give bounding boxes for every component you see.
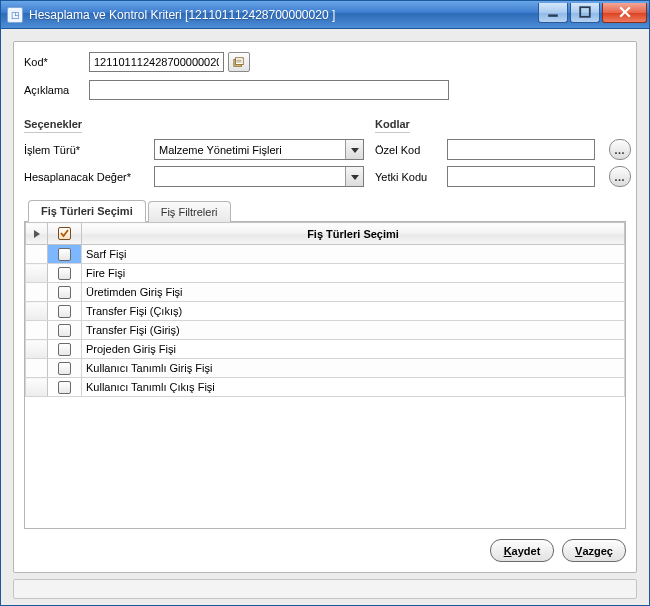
chevron-down-icon (351, 173, 359, 181)
table-row[interactable]: Projeden Giriş Fişi (26, 340, 625, 359)
group-secenekler: Seçenekler İşlem Türü* Hesaplanacak Değe… (24, 112, 369, 187)
tabs: Fiş Türleri Seçimi Fiş Filtreleri (24, 199, 626, 222)
row-label: Kullanıcı Tanımlı Çıkış Fişi (82, 378, 625, 397)
row-selector[interactable] (26, 264, 48, 283)
table-row[interactable]: Fire Fişi (26, 264, 625, 283)
checkbox-icon (58, 324, 71, 337)
islem-turu-label: İşlem Türü* (24, 144, 154, 156)
islem-turu-drop[interactable] (345, 140, 363, 159)
checkbox-icon (58, 381, 71, 394)
row-selector[interactable] (26, 283, 48, 302)
checkbox-icon (58, 248, 71, 261)
checkbox-icon (58, 267, 71, 280)
titlebar[interactable]: ◳ Hesaplama ve Kontrol Kriteri [12110111… (1, 1, 649, 29)
row-checkbox-cell[interactable] (48, 378, 82, 397)
lookup-icon (233, 56, 245, 68)
app-window: ◳ Hesaplama ve Kontrol Kriteri [12110111… (0, 0, 650, 606)
ozel-kod-browse[interactable]: … (609, 139, 631, 160)
table-scroll[interactable]: Fiş Türleri Seçimi Sarf FişiFire FişiÜre… (25, 222, 625, 528)
minimize-icon (547, 6, 559, 18)
kod-label: Kod* (24, 56, 89, 68)
aciklama-input[interactable] (89, 80, 449, 100)
checkbox-icon (58, 227, 71, 240)
checkbox-icon (58, 305, 71, 318)
main-panel: Kod* Açıklama Seçenekler (13, 41, 637, 573)
svg-rect-1 (580, 7, 590, 17)
group-secenekler-title: Seçenekler (24, 118, 82, 133)
table-row[interactable]: Kullanıcı Tanımlı Çıkış Fişi (26, 378, 625, 397)
tab-fis-filtreleri[interactable]: Fiş Filtreleri (148, 201, 231, 222)
svg-rect-0 (548, 14, 558, 16)
row-label: Transfer Fişi (Çıkış) (82, 302, 625, 321)
close-icon (619, 6, 631, 18)
hesap-deger-combo[interactable] (154, 166, 364, 187)
row-checkbox-cell[interactable] (48, 283, 82, 302)
row-selector[interactable] (26, 359, 48, 378)
maximize-button[interactable] (570, 3, 600, 23)
window-title: Hesaplama ve Kontrol Kriteri [1211011124… (29, 8, 536, 22)
table-row[interactable]: Sarf Fişi (26, 245, 625, 264)
row-selector[interactable] (26, 340, 48, 359)
vazgec-button[interactable]: Vazgeç (562, 539, 626, 562)
table-row[interactable]: Üretimden Giriş Fişi (26, 283, 625, 302)
kod-input[interactable] (89, 52, 224, 72)
checkbox-icon (58, 362, 71, 375)
status-bar (13, 579, 637, 599)
minimize-button[interactable] (538, 3, 568, 23)
app-icon: ◳ (7, 7, 23, 23)
hesap-deger-label: Hesaplanacak Değer* (24, 171, 154, 183)
row-selector[interactable] (26, 302, 48, 321)
check-icon (59, 228, 70, 239)
row-label: Sarf Fişi (82, 245, 625, 264)
table-header-label[interactable]: Fiş Türleri Seçimi (82, 223, 625, 245)
ozel-kod-input[interactable] (447, 139, 595, 160)
row-checkbox-cell[interactable] (48, 359, 82, 378)
svg-rect-3 (236, 58, 244, 65)
checkbox-icon (58, 343, 71, 356)
row-checkbox-cell[interactable] (48, 302, 82, 321)
hesap-deger-value[interactable] (155, 167, 345, 186)
row-label: Üretimden Giriş Fişi (82, 283, 625, 302)
table-row[interactable]: Transfer Fişi (Giriş) (26, 321, 625, 340)
row-label: Projeden Giriş Fişi (82, 340, 625, 359)
tab-fis-turleri[interactable]: Fiş Türleri Seçimi (28, 200, 146, 222)
close-button[interactable] (602, 3, 647, 23)
islem-turu-combo[interactable] (154, 139, 364, 160)
row-checkbox-cell[interactable] (48, 321, 82, 340)
group-kodlar: Kodlar Özel Kod … Yetki Kodu … (369, 112, 631, 187)
table-container: Fiş Türleri Seçimi Sarf FişiFire FişiÜre… (24, 222, 626, 529)
checkbox-icon (58, 286, 71, 299)
row-checkbox-cell[interactable] (48, 340, 82, 359)
client-area: Kod* Açıklama Seçenekler (1, 29, 649, 605)
table-row[interactable]: Transfer Fişi (Çıkış) (26, 302, 625, 321)
pointer-icon (33, 230, 41, 238)
ozel-kod-label: Özel Kod (375, 144, 447, 156)
yetki-kodu-input[interactable] (447, 166, 595, 187)
group-kodlar-title: Kodlar (375, 118, 410, 133)
row-selector[interactable] (26, 321, 48, 340)
window-controls (536, 3, 647, 23)
maximize-icon (579, 6, 591, 18)
yetki-kodu-browse[interactable]: … (609, 166, 631, 187)
table-row[interactable]: Kullanıcı Tanımlı Giriş Fişi (26, 359, 625, 378)
footer-buttons: Kaydet Vazgeç (24, 535, 626, 562)
row-label: Transfer Fişi (Giriş) (82, 321, 625, 340)
row-label: Kullanıcı Tanımlı Giriş Fişi (82, 359, 625, 378)
yetki-kodu-label: Yetki Kodu (375, 171, 447, 183)
row-selector[interactable] (26, 245, 48, 264)
fis-turleri-table: Fiş Türleri Seçimi Sarf FişiFire FişiÜre… (25, 222, 625, 397)
kod-lookup-button[interactable] (228, 52, 250, 72)
row-checkbox-cell[interactable] (48, 245, 82, 264)
hesap-deger-drop[interactable] (345, 167, 363, 186)
row-selector[interactable] (26, 378, 48, 397)
aciklama-label: Açıklama (24, 84, 89, 96)
row-selector-header[interactable] (26, 223, 48, 245)
row-checkbox-cell[interactable] (48, 264, 82, 283)
check-all-header[interactable] (48, 223, 82, 245)
row-label: Fire Fişi (82, 264, 625, 283)
chevron-down-icon (351, 146, 359, 154)
islem-turu-value[interactable] (155, 140, 345, 159)
kaydet-button[interactable]: Kaydet (490, 539, 554, 562)
